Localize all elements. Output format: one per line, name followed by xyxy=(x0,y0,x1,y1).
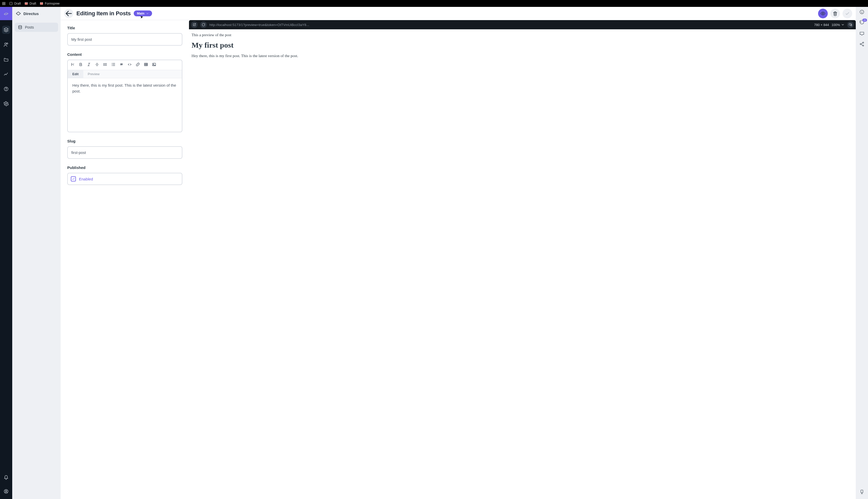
tab-label: Draft xyxy=(14,2,21,5)
device-toggle-button[interactable] xyxy=(847,21,854,28)
tab-draft-2[interactable]: Draft xyxy=(24,2,36,5)
svg-rect-0 xyxy=(2,2,3,3)
nav-users-icon[interactable] xyxy=(2,40,10,49)
link-icon[interactable] xyxy=(136,62,140,68)
collections-panel: Directus Posts xyxy=(12,7,61,499)
nav-insights-icon[interactable] xyxy=(2,70,10,78)
module-title-text: Directus xyxy=(23,11,39,16)
cursor-icon: ➤ xyxy=(140,15,144,19)
tab-draft-1[interactable]: Draft xyxy=(9,2,21,5)
revisions-count-badge: 25 xyxy=(863,19,867,22)
svg-point-13 xyxy=(5,490,7,491)
info-icon[interactable] xyxy=(859,10,865,15)
preview-iframe[interactable]: This a preview of the post My first post… xyxy=(189,29,856,499)
field-title: Title xyxy=(67,26,183,46)
refresh-button[interactable] xyxy=(200,21,207,28)
heading-icon[interactable] xyxy=(70,62,75,68)
below-header: Title Content xyxy=(61,20,856,499)
svg-point-16 xyxy=(104,63,104,64)
slug-input[interactable] xyxy=(67,146,183,159)
svg-rect-4 xyxy=(10,2,12,5)
svg-point-14 xyxy=(18,25,22,27)
preview-url[interactable]: http://localhost:5173/1?preview=true&tok… xyxy=(209,23,812,27)
page-header: Editing Item in Posts Main ➤ xyxy=(61,7,856,20)
markdown-editor: Edit Preview Hey there, this is my first… xyxy=(67,60,183,132)
app-root: Directus Posts Editing Item in Posts Mai… xyxy=(0,7,868,499)
svg-rect-1 xyxy=(4,2,5,3)
svg-point-21 xyxy=(153,64,154,64)
nav-rail xyxy=(0,7,12,499)
nav-settings-icon[interactable] xyxy=(2,100,10,108)
sidebar-item-label: Posts xyxy=(25,25,34,29)
tab-preview[interactable]: Preview xyxy=(83,70,104,78)
content-label: Content xyxy=(67,52,183,57)
ordered-list-icon[interactable] xyxy=(111,62,116,68)
published-label: Published xyxy=(67,166,183,170)
back-button[interactable] xyxy=(64,9,73,18)
italic-icon[interactable] xyxy=(87,62,91,68)
nav-notifications-icon[interactable] xyxy=(2,474,10,482)
strikethrough-icon[interactable] xyxy=(95,62,99,68)
preview-toolbar: http://localhost:5173/1?preview=true&tok… xyxy=(189,20,856,29)
comments-icon[interactable] xyxy=(859,31,865,37)
right-rail: 25 xyxy=(856,7,868,499)
page-title: Editing Item in Posts xyxy=(76,10,131,17)
save-button[interactable] xyxy=(843,9,852,19)
checkbox-icon xyxy=(71,177,76,181)
os-menubar: Draft Draft Formspree xyxy=(0,0,868,7)
nav-account-icon[interactable] xyxy=(2,487,10,496)
delete-button[interactable] xyxy=(830,9,840,19)
content-textarea[interactable]: Hey there, this is my first post. This i… xyxy=(68,78,182,132)
header-actions xyxy=(818,9,852,19)
title-input[interactable] xyxy=(67,33,183,46)
preview-note: This a preview of the post xyxy=(191,33,853,37)
share-icon[interactable] xyxy=(859,41,865,48)
svg-point-15 xyxy=(822,13,824,14)
quote-icon[interactable] xyxy=(119,62,124,68)
preview-body-text: Hey there, this is my first post. This i… xyxy=(191,53,853,58)
revisions-icon[interactable]: 25 xyxy=(859,20,865,26)
field-published: Published Enabled xyxy=(67,166,183,185)
zoom-value: 100% xyxy=(832,23,840,27)
chevron-down-icon xyxy=(841,23,845,26)
svg-point-17 xyxy=(104,64,104,65)
svg-rect-3 xyxy=(4,4,5,5)
brand-logo[interactable] xyxy=(0,7,12,20)
tab-formspree[interactable]: Formspree xyxy=(40,2,60,5)
field-slug: Slug xyxy=(67,139,183,159)
open-external-button[interactable] xyxy=(191,21,198,28)
nav-help-icon[interactable] xyxy=(2,85,10,93)
nav-files-icon[interactable] xyxy=(2,55,10,63)
editor-panel: Title Content xyxy=(61,20,189,499)
version-chip-label: Main xyxy=(137,11,144,15)
svg-rect-19 xyxy=(144,63,148,66)
preview-panel: http://localhost:5173/1?preview=true&tok… xyxy=(189,20,856,499)
svg-rect-28 xyxy=(861,490,863,493)
stage: Editing Item in Posts Main ➤ xyxy=(61,7,856,499)
table-icon[interactable] xyxy=(144,62,148,68)
field-content: Content xyxy=(67,52,183,132)
version-chip[interactable]: Main ➤ xyxy=(134,10,152,16)
sidebar-item-posts[interactable]: Posts xyxy=(15,23,58,32)
preview-heading: My first post xyxy=(191,41,853,49)
apps-icon[interactable] xyxy=(2,2,5,5)
live-preview-button[interactable] xyxy=(818,9,828,19)
module-title: Directus xyxy=(12,7,61,20)
chevron-down-icon xyxy=(146,12,149,15)
published-checkbox[interactable]: Enabled xyxy=(67,173,183,185)
nav-content-icon[interactable] xyxy=(2,26,10,34)
svg-rect-2 xyxy=(2,4,3,5)
slug-label: Slug xyxy=(67,139,183,143)
editor-toolbar xyxy=(68,60,182,70)
tab-edit[interactable]: Edit xyxy=(68,70,83,78)
svg-point-18 xyxy=(104,65,104,66)
published-enabled-label: Enabled xyxy=(79,177,93,181)
svg-point-8 xyxy=(7,43,8,44)
flows-icon[interactable] xyxy=(859,489,865,496)
image-icon[interactable] xyxy=(152,62,156,68)
bold-icon[interactable] xyxy=(78,62,83,68)
zoom-dropdown[interactable]: 100% xyxy=(832,23,845,27)
editor-tabs: Edit Preview xyxy=(68,70,182,78)
bullet-list-icon[interactable] xyxy=(103,62,108,68)
code-icon[interactable] xyxy=(127,62,132,68)
